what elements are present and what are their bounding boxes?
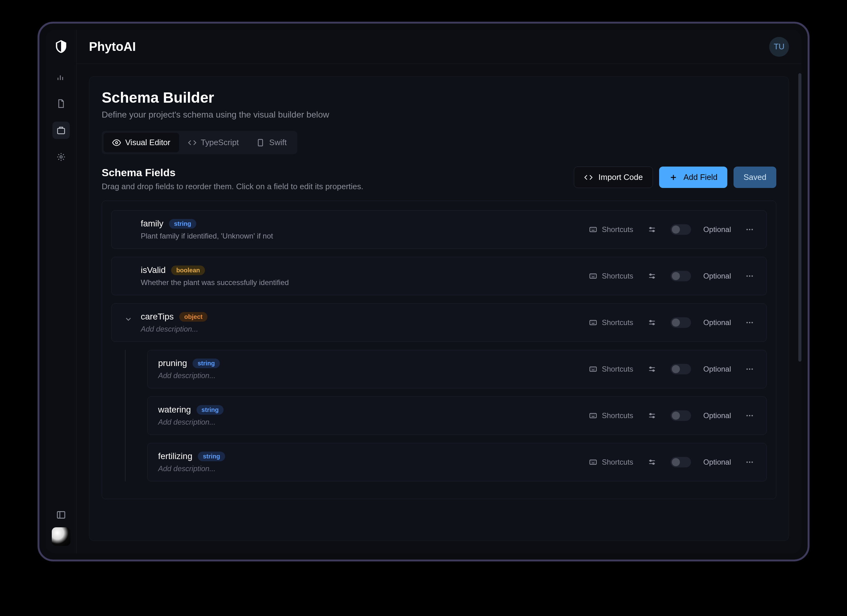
svg-point-47 [751, 415, 753, 417]
svg-point-14 [749, 229, 751, 230]
add-field-button[interactable]: Add Field [659, 167, 727, 188]
optional-toggle[interactable] [671, 364, 691, 374]
field-name: fertilizing [158, 451, 192, 461]
tab-typescript[interactable]: TypeScript [179, 133, 248, 152]
svg-point-55 [751, 462, 753, 463]
svg-point-52 [652, 463, 654, 464]
field-name-row: pruning string [158, 358, 220, 368]
field-row[interactable]: isValid boolean Whether the plant was su… [111, 257, 767, 295]
tab-visual-editor[interactable]: Visual Editor [103, 133, 179, 152]
svg-rect-0 [58, 129, 65, 134]
saved-status-button[interactable]: Saved [733, 167, 776, 188]
svg-point-44 [652, 416, 654, 418]
field-description-placeholder[interactable]: Add description... [158, 464, 225, 473]
section-header: Schema Fields Drag and drop fields to re… [102, 167, 776, 191]
nav-analytics-icon[interactable] [52, 68, 70, 86]
sidebar-nav [52, 68, 70, 165]
field-row[interactable]: fertilizing string Add description... [147, 443, 767, 482]
svg-rect-32 [590, 367, 596, 371]
svg-point-54 [749, 462, 751, 463]
more-options-icon[interactable] [744, 409, 756, 422]
field-row[interactable]: family string Plant family if identified… [111, 210, 767, 249]
section-title: Schema Fields [102, 167, 363, 179]
type-badge: string [169, 219, 196, 229]
field-row[interactable]: pruning string Add description... [147, 350, 767, 389]
keyboard-icon [589, 272, 598, 281]
assistant-orb[interactable] [52, 527, 70, 546]
field-description-placeholder[interactable]: Add description... [158, 371, 220, 380]
field-settings-icon[interactable] [646, 270, 658, 282]
field-settings-icon[interactable] [646, 316, 658, 329]
field-name-row: careTips object [141, 312, 207, 322]
optional-toggle[interactable] [671, 457, 691, 467]
field-actions: Shortcuts Optional [589, 456, 756, 468]
chevron-down-icon[interactable] [122, 313, 134, 325]
field-settings-icon[interactable] [646, 409, 658, 422]
field-left: fertilizing string Add description... [158, 451, 589, 473]
shortcuts-button[interactable]: Shortcuts [589, 458, 633, 467]
svg-point-26 [650, 321, 651, 322]
shortcuts-button[interactable]: Shortcuts [589, 225, 633, 234]
code-icon [584, 173, 593, 182]
topbar: PhytoAI TU [77, 30, 801, 64]
more-options-icon[interactable] [744, 270, 756, 282]
field-settings-icon[interactable] [646, 223, 658, 236]
import-code-button[interactable]: Import Code [574, 167, 653, 188]
optional-toggle[interactable] [671, 411, 691, 421]
nav-document-icon[interactable] [52, 95, 70, 112]
shortcuts-button[interactable]: Shortcuts [589, 365, 633, 374]
scrollbar[interactable] [798, 73, 801, 362]
field-name-row: isValid boolean [141, 265, 289, 275]
field-left: careTips object Add description... [122, 312, 589, 334]
main: PhytoAI TU Schema Builder Define your pr… [77, 30, 801, 553]
field-actions: Shortcuts Optional [589, 270, 756, 282]
field-row[interactable]: careTips object Add description... Short… [111, 303, 767, 342]
field-description-placeholder[interactable]: Add description... [141, 325, 207, 334]
type-badge: boolean [171, 266, 205, 275]
keyboard-icon [589, 365, 598, 374]
optional-toggle[interactable] [671, 271, 691, 281]
shortcuts-button[interactable]: Shortcuts [589, 411, 633, 420]
tab-swift[interactable]: Swift [247, 133, 295, 152]
field-description-placeholder[interactable]: Add description... [158, 418, 224, 427]
svg-point-10 [650, 227, 651, 229]
page-title: Schema Builder [102, 89, 776, 106]
optional-toggle[interactable] [671, 224, 691, 235]
nav-schema-icon[interactable] [52, 121, 70, 139]
field-info: careTips object Add description... [141, 312, 207, 334]
more-options-icon[interactable] [744, 223, 756, 236]
type-badge: string [193, 359, 220, 368]
field-settings-icon[interactable] [646, 456, 658, 468]
tablet-icon [256, 138, 265, 147]
field-settings-icon[interactable] [646, 363, 658, 375]
more-options-icon[interactable] [744, 456, 756, 468]
more-options-icon[interactable] [744, 316, 756, 329]
optional-label: Optional [704, 411, 731, 420]
svg-rect-40 [590, 414, 596, 418]
more-options-icon[interactable] [744, 363, 756, 375]
shortcuts-label: Shortcuts [602, 318, 633, 327]
field-left: pruning string Add description... [158, 358, 589, 380]
editor-tabs: Visual Editor TypeScript Swift [102, 131, 297, 154]
optional-label: Optional [704, 458, 731, 467]
optional-toggle[interactable] [671, 317, 691, 328]
nav-settings-icon[interactable] [52, 148, 70, 165]
svg-point-36 [652, 370, 654, 371]
field-row[interactable]: watering string Add description... [147, 396, 767, 435]
device-frame: PhytoAI TU Schema Builder Define your pr… [37, 22, 810, 561]
svg-point-31 [751, 322, 753, 324]
shortcuts-button[interactable]: Shortcuts [589, 318, 633, 327]
sidebar [46, 30, 77, 553]
shortcuts-button[interactable]: Shortcuts [589, 272, 633, 281]
avatar[interactable]: TU [769, 37, 789, 57]
keyboard-icon [589, 225, 598, 234]
svg-point-30 [749, 322, 751, 324]
button-label: Add Field [683, 173, 717, 182]
svg-point-18 [650, 274, 651, 275]
panel-toggle-icon[interactable] [55, 509, 67, 521]
svg-point-28 [652, 323, 654, 325]
field-left: isValid boolean Whether the plant was su… [122, 265, 589, 287]
field-left: family string Plant family if identified… [122, 219, 589, 240]
field-name: watering [158, 405, 191, 415]
field-info: fertilizing string Add description... [158, 451, 225, 473]
